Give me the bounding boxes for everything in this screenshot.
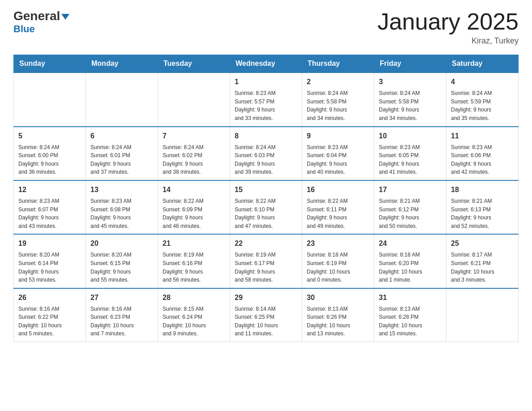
day-number: 8	[235, 131, 297, 141]
day-header-friday: Friday	[374, 55, 446, 73]
day-number: 7	[163, 131, 225, 141]
logo-blue: Blue	[13, 23, 35, 34]
calendar-week-1: 1Sunrise: 8:23 AM Sunset: 5:57 PM Daylig…	[14, 73, 519, 126]
calendar-week-3: 12Sunrise: 8:23 AM Sunset: 6:07 PM Dayli…	[14, 180, 519, 234]
day-info: Sunrise: 8:24 AM Sunset: 6:00 PM Dayligh…	[18, 143, 81, 176]
day-number: 29	[235, 292, 297, 303]
day-info: Sunrise: 8:24 AM Sunset: 6:02 PM Dayligh…	[163, 143, 225, 176]
day-info: Sunrise: 8:23 AM Sunset: 6:06 PM Dayligh…	[451, 143, 514, 176]
calendar-cell: 28Sunrise: 8:15 AM Sunset: 6:24 PM Dayli…	[158, 288, 230, 342]
day-number: 5	[18, 131, 81, 141]
calendar-header: SundayMondayTuesdayWednesdayThursdayFrid…	[14, 55, 519, 73]
day-header-monday: Monday	[86, 55, 158, 73]
day-info: Sunrise: 8:22 AM Sunset: 6:10 PM Dayligh…	[235, 197, 297, 230]
day-info: Sunrise: 8:16 AM Sunset: 6:22 PM Dayligh…	[18, 305, 81, 338]
day-info: Sunrise: 8:16 AM Sunset: 6:23 PM Dayligh…	[90, 305, 153, 338]
day-info: Sunrise: 8:14 AM Sunset: 6:25 PM Dayligh…	[235, 305, 297, 338]
calendar-table: SundayMondayTuesdayWednesdayThursdayFrid…	[13, 55, 519, 342]
day-info: Sunrise: 8:23 AM Sunset: 6:05 PM Dayligh…	[379, 143, 442, 176]
location: Kiraz, Turkey	[378, 36, 519, 46]
day-number: 19	[18, 238, 81, 249]
day-number: 21	[163, 238, 225, 249]
day-header-thursday: Thursday	[302, 55, 374, 73]
calendar-cell: 2Sunrise: 8:24 AM Sunset: 5:58 PM Daylig…	[302, 73, 374, 126]
day-info: Sunrise: 8:21 AM Sunset: 6:12 PM Dayligh…	[379, 197, 442, 230]
day-number: 25	[451, 238, 514, 249]
calendar-cell: 24Sunrise: 8:18 AM Sunset: 6:20 PM Dayli…	[374, 234, 446, 288]
day-number: 4	[451, 77, 514, 87]
calendar-cell: 13Sunrise: 8:23 AM Sunset: 6:08 PM Dayli…	[86, 180, 158, 234]
calendar-cell: 10Sunrise: 8:23 AM Sunset: 6:05 PM Dayli…	[374, 127, 446, 180]
day-number: 20	[90, 238, 153, 249]
calendar-cell: 3Sunrise: 8:24 AM Sunset: 5:58 PM Daylig…	[374, 73, 446, 126]
day-number: 10	[379, 131, 442, 141]
day-number: 1	[235, 77, 297, 87]
day-info: Sunrise: 8:18 AM Sunset: 6:20 PM Dayligh…	[379, 251, 442, 284]
calendar-cell: 27Sunrise: 8:16 AM Sunset: 6:23 PM Dayli…	[86, 288, 158, 342]
calendar-cell: 20Sunrise: 8:20 AM Sunset: 6:15 PM Dayli…	[86, 234, 158, 288]
day-header-wednesday: Wednesday	[230, 55, 302, 73]
calendar-cell: 25Sunrise: 8:17 AM Sunset: 6:21 PM Dayli…	[446, 234, 519, 288]
day-number: 9	[307, 131, 369, 141]
calendar-cell: 31Sunrise: 8:13 AM Sunset: 6:28 PM Dayli…	[374, 288, 446, 342]
day-info: Sunrise: 8:23 AM Sunset: 6:04 PM Dayligh…	[307, 143, 369, 176]
calendar-cell	[86, 73, 158, 126]
day-info: Sunrise: 8:24 AM Sunset: 5:58 PM Dayligh…	[307, 89, 369, 122]
day-info: Sunrise: 8:21 AM Sunset: 6:13 PM Dayligh…	[451, 197, 514, 230]
day-header-sunday: Sunday	[14, 55, 86, 73]
calendar-cell	[446, 288, 519, 342]
day-header-tuesday: Tuesday	[158, 55, 230, 73]
calendar-cell: 1Sunrise: 8:23 AM Sunset: 5:57 PM Daylig…	[230, 73, 302, 126]
day-info: Sunrise: 8:23 AM Sunset: 6:08 PM Dayligh…	[90, 197, 153, 230]
calendar-week-4: 19Sunrise: 8:20 AM Sunset: 6:14 PM Dayli…	[14, 234, 519, 288]
day-info: Sunrise: 8:13 AM Sunset: 6:26 PM Dayligh…	[307, 305, 369, 338]
calendar-cell: 5Sunrise: 8:24 AM Sunset: 6:00 PM Daylig…	[14, 127, 86, 180]
calendar-cell: 16Sunrise: 8:22 AM Sunset: 6:11 PM Dayli…	[302, 180, 374, 234]
title-block: January 2025 Kiraz, Turkey	[378, 9, 519, 46]
calendar-cell: 8Sunrise: 8:24 AM Sunset: 6:03 PM Daylig…	[230, 127, 302, 180]
day-info: Sunrise: 8:22 AM Sunset: 6:09 PM Dayligh…	[163, 197, 225, 230]
day-number: 15	[235, 184, 297, 195]
day-number: 31	[379, 292, 442, 303]
day-info: Sunrise: 8:24 AM Sunset: 5:59 PM Dayligh…	[451, 89, 514, 122]
calendar-cell: 30Sunrise: 8:13 AM Sunset: 6:26 PM Dayli…	[302, 288, 374, 342]
calendar-cell: 26Sunrise: 8:16 AM Sunset: 6:22 PM Dayli…	[14, 288, 86, 342]
logo-general: General	[13, 9, 60, 23]
calendar-cell: 12Sunrise: 8:23 AM Sunset: 6:07 PM Dayli…	[14, 180, 86, 234]
logo: General Blue	[13, 9, 69, 35]
calendar-cell: 6Sunrise: 8:24 AM Sunset: 6:01 PM Daylig…	[86, 127, 158, 180]
month-title: January 2025	[378, 9, 519, 34]
day-number: 13	[90, 184, 153, 195]
day-number: 14	[163, 184, 225, 195]
day-number: 11	[451, 131, 514, 141]
calendar-body: 1Sunrise: 8:23 AM Sunset: 5:57 PM Daylig…	[14, 73, 519, 342]
calendar-cell: 11Sunrise: 8:23 AM Sunset: 6:06 PM Dayli…	[446, 127, 519, 180]
day-info: Sunrise: 8:20 AM Sunset: 6:14 PM Dayligh…	[18, 251, 81, 284]
day-number: 17	[379, 184, 442, 195]
day-info: Sunrise: 8:20 AM Sunset: 6:15 PM Dayligh…	[90, 251, 153, 284]
day-number: 24	[379, 238, 442, 249]
calendar-cell: 29Sunrise: 8:14 AM Sunset: 6:25 PM Dayli…	[230, 288, 302, 342]
day-info: Sunrise: 8:23 AM Sunset: 5:57 PM Dayligh…	[235, 89, 297, 122]
calendar-cell: 19Sunrise: 8:20 AM Sunset: 6:14 PM Dayli…	[14, 234, 86, 288]
calendar-cell: 14Sunrise: 8:22 AM Sunset: 6:09 PM Dayli…	[158, 180, 230, 234]
calendar-cell: 15Sunrise: 8:22 AM Sunset: 6:10 PM Dayli…	[230, 180, 302, 234]
calendar-cell: 9Sunrise: 8:23 AM Sunset: 6:04 PM Daylig…	[302, 127, 374, 180]
calendar-cell: 7Sunrise: 8:24 AM Sunset: 6:02 PM Daylig…	[158, 127, 230, 180]
day-number: 2	[307, 77, 369, 87]
day-info: Sunrise: 8:24 AM Sunset: 6:03 PM Dayligh…	[235, 143, 297, 176]
day-info: Sunrise: 8:19 AM Sunset: 6:17 PM Dayligh…	[235, 251, 297, 284]
day-header-saturday: Saturday	[446, 55, 519, 73]
day-number: 18	[451, 184, 514, 195]
calendar-cell: 22Sunrise: 8:19 AM Sunset: 6:17 PM Dayli…	[230, 234, 302, 288]
calendar-cell: 21Sunrise: 8:19 AM Sunset: 6:16 PM Dayli…	[158, 234, 230, 288]
calendar-cell	[158, 73, 230, 126]
day-info: Sunrise: 8:18 AM Sunset: 6:19 PM Dayligh…	[307, 251, 369, 284]
calendar-week-5: 26Sunrise: 8:16 AM Sunset: 6:22 PM Dayli…	[14, 288, 519, 342]
day-number: 16	[307, 184, 369, 195]
calendar-cell: 18Sunrise: 8:21 AM Sunset: 6:13 PM Dayli…	[446, 180, 519, 234]
calendar-cell: 17Sunrise: 8:21 AM Sunset: 6:12 PM Dayli…	[374, 180, 446, 234]
day-number: 26	[18, 292, 81, 303]
calendar-cell	[14, 73, 86, 126]
calendar-cell: 4Sunrise: 8:24 AM Sunset: 5:59 PM Daylig…	[446, 73, 519, 126]
